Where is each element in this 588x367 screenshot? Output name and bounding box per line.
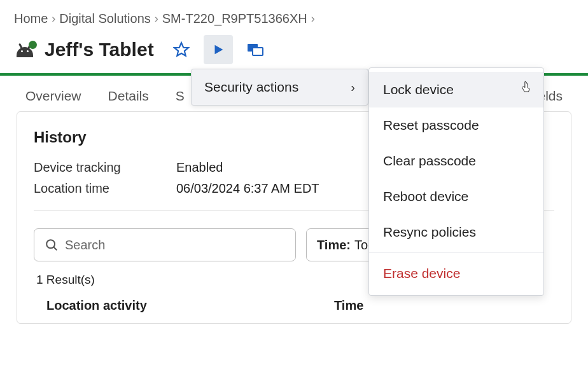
column-time: Time — [334, 298, 363, 313]
tab-overview[interactable]: Overview — [25, 88, 81, 104]
menu-item-label: Lock device — [383, 82, 454, 97]
chevron-right-icon: › — [155, 12, 158, 25]
tab-partially-hidden[interactable]: S — [176, 88, 185, 104]
breadcrumb-item-device-id[interactable]: SM-T220_R9PT51366XH — [162, 11, 307, 26]
security-actions-menu[interactable]: Security actions › — [191, 69, 368, 106]
breadcrumb-item-digital-solutions[interactable]: Digital Solutions — [59, 11, 150, 26]
device-tracking-value: Enabled — [176, 160, 223, 175]
menu-item-reboot-device[interactable]: Reboot device — [369, 179, 543, 214]
chevron-right-icon: › — [351, 80, 355, 95]
menu-divider — [369, 253, 543, 253]
search-icon — [45, 238, 59, 252]
chevron-right-icon: › — [52, 12, 55, 25]
location-time-value: 06/03/2024 6:37 AM EDT — [176, 181, 319, 196]
menu-item-label: Reset passcode — [383, 118, 479, 132]
page-title: Jeff's Tablet — [45, 39, 154, 60]
svg-rect-3 — [253, 48, 263, 55]
svg-marker-1 — [214, 45, 223, 55]
breadcrumb-item-home[interactable]: Home — [14, 11, 48, 26]
tab-details[interactable]: Details — [108, 88, 149, 104]
status-dot-online — [29, 41, 37, 49]
breadcrumb: Home › Digital Solutions › SM-T220_R9PT5… — [0, 0, 588, 32]
menu-item-reset-passcode[interactable]: Reset passcode — [369, 107, 543, 143]
device-tracking-label: Device tracking — [34, 160, 176, 175]
security-actions-submenu: Lock device Reset passcode Clear passcod… — [368, 67, 544, 296]
time-filter-label: Time: — [317, 238, 351, 253]
svg-line-5 — [53, 247, 57, 250]
security-actions-label: Security actions — [204, 80, 298, 95]
favorite-button[interactable] — [167, 35, 196, 64]
menu-item-resync-policies[interactable]: Resync policies — [369, 214, 543, 250]
remote-view-button[interactable] — [241, 35, 270, 64]
svg-point-4 — [46, 240, 55, 248]
cursor-pointer-icon — [521, 81, 532, 93]
svg-marker-0 — [174, 43, 188, 56]
search-input[interactable]: Search — [34, 228, 296, 261]
menu-item-lock-device[interactable]: Lock device — [369, 72, 543, 107]
menu-item-label: Reboot device — [383, 189, 468, 204]
search-placeholder: Search — [65, 238, 105, 253]
actions-menu-button[interactable] — [204, 35, 233, 64]
menu-item-label: Clear passcode — [383, 153, 476, 168]
menu-item-erase-device[interactable]: Erase device — [369, 256, 543, 291]
column-location-activity: Location activity — [46, 298, 334, 313]
location-time-label: Location time — [34, 181, 176, 196]
menu-item-clear-passcode[interactable]: Clear passcode — [369, 143, 543, 179]
table-header: Location activity Time — [34, 294, 554, 317]
chevron-right-icon: › — [311, 12, 315, 25]
menu-item-label: Erase device — [383, 266, 460, 280]
menu-item-label: Resync policies — [383, 225, 476, 239]
android-device-icon — [14, 42, 36, 57]
